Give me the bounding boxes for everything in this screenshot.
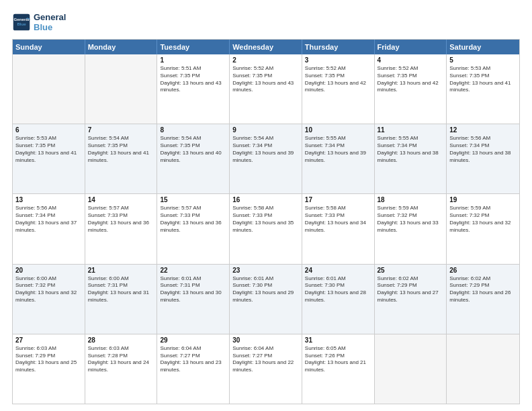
- day-info: Sunrise: 5:54 AM Sunset: 7:35 PM Dayligh…: [88, 135, 154, 164]
- day-number: 25: [378, 267, 444, 274]
- header-day-friday: Friday: [375, 40, 447, 54]
- day-cell-24: 24Sunrise: 6:01 AM Sunset: 7:30 PM Dayli…: [302, 265, 375, 334]
- empty-cell: [13, 54, 85, 124]
- day-cell-19: 19Sunrise: 5:59 AM Sunset: 7:32 PM Dayli…: [447, 194, 519, 263]
- day-info: Sunrise: 6:01 AM Sunset: 7:31 PM Dayligh…: [160, 275, 226, 304]
- svg-text:General: General: [14, 17, 30, 21]
- day-info: Sunrise: 6:01 AM Sunset: 7:30 PM Dayligh…: [305, 275, 371, 304]
- day-info: Sunrise: 5:57 AM Sunset: 7:33 PM Dayligh…: [160, 205, 226, 234]
- day-number: 26: [449, 267, 517, 274]
- day-cell-23: 23Sunrise: 6:01 AM Sunset: 7:30 PM Dayli…: [230, 265, 302, 334]
- day-cell-25: 25Sunrise: 6:02 AM Sunset: 7:29 PM Dayli…: [375, 265, 447, 334]
- day-info: Sunrise: 5:59 AM Sunset: 7:32 PM Dayligh…: [449, 205, 517, 234]
- day-cell-10: 10Sunrise: 5:55 AM Sunset: 7:34 PM Dayli…: [302, 124, 375, 193]
- day-info: Sunrise: 6:05 AM Sunset: 7:26 PM Dayligh…: [305, 345, 371, 374]
- day-info: Sunrise: 5:52 AM Sunset: 7:35 PM Dayligh…: [378, 65, 444, 94]
- logo-icon: General Blue: [12, 13, 31, 32]
- day-number: 22: [160, 267, 226, 274]
- day-number: 20: [15, 267, 82, 274]
- day-number: 8: [160, 126, 226, 134]
- day-info: Sunrise: 5:57 AM Sunset: 7:33 PM Dayligh…: [88, 205, 154, 234]
- day-cell-31: 31Sunrise: 6:05 AM Sunset: 7:26 PM Dayli…: [302, 334, 375, 404]
- day-info: Sunrise: 6:04 AM Sunset: 7:27 PM Dayligh…: [232, 345, 299, 374]
- day-cell-26: 26Sunrise: 6:02 AM Sunset: 7:29 PM Dayli…: [447, 265, 519, 334]
- svg-text:Blue: Blue: [17, 21, 26, 26]
- day-number: 24: [305, 267, 371, 274]
- day-number: 3: [305, 56, 371, 64]
- day-info: Sunrise: 6:02 AM Sunset: 7:29 PM Dayligh…: [449, 275, 517, 304]
- day-number: 6: [15, 126, 82, 134]
- calendar-row-2: 13Sunrise: 5:56 AM Sunset: 7:34 PM Dayli…: [13, 193, 519, 263]
- logo-text-line2: Blue: [34, 22, 66, 32]
- day-number: 9: [232, 126, 299, 134]
- day-number: 1: [160, 56, 226, 64]
- day-info: Sunrise: 5:54 AM Sunset: 7:34 PM Dayligh…: [232, 135, 299, 164]
- day-cell-21: 21Sunrise: 6:00 AM Sunset: 7:31 PM Dayli…: [85, 265, 158, 334]
- day-number: 27: [15, 336, 82, 344]
- day-info: Sunrise: 5:51 AM Sunset: 7:35 PM Dayligh…: [160, 65, 226, 94]
- day-info: Sunrise: 5:53 AM Sunset: 7:35 PM Dayligh…: [15, 135, 82, 164]
- day-cell-28: 28Sunrise: 6:03 AM Sunset: 7:28 PM Dayli…: [85, 334, 158, 404]
- day-info: Sunrise: 5:59 AM Sunset: 7:32 PM Dayligh…: [378, 205, 444, 234]
- calendar-row-3: 20Sunrise: 6:00 AM Sunset: 7:32 PM Dayli…: [13, 264, 519, 334]
- day-number: 23: [232, 267, 299, 274]
- day-cell-30: 30Sunrise: 6:04 AM Sunset: 7:27 PM Dayli…: [230, 334, 302, 404]
- day-number: 11: [378, 126, 444, 134]
- day-info: Sunrise: 6:01 AM Sunset: 7:30 PM Dayligh…: [232, 275, 299, 304]
- day-number: 10: [305, 126, 371, 134]
- day-cell-11: 11Sunrise: 5:55 AM Sunset: 7:34 PM Dayli…: [375, 124, 447, 193]
- day-number: 19: [449, 196, 517, 203]
- header-day-wednesday: Wednesday: [230, 40, 302, 54]
- day-info: Sunrise: 5:52 AM Sunset: 7:35 PM Dayligh…: [232, 65, 299, 94]
- day-cell-3: 3Sunrise: 5:52 AM Sunset: 7:35 PM Daylig…: [302, 54, 375, 124]
- logo: General Blue General Blue: [12, 12, 66, 32]
- day-cell-29: 29Sunrise: 6:04 AM Sunset: 7:27 PM Dayli…: [157, 334, 230, 404]
- day-number: 16: [232, 196, 299, 203]
- day-info: Sunrise: 5:56 AM Sunset: 7:34 PM Dayligh…: [449, 135, 517, 164]
- day-cell-22: 22Sunrise: 6:01 AM Sunset: 7:31 PM Dayli…: [157, 265, 230, 334]
- day-cell-15: 15Sunrise: 5:57 AM Sunset: 7:33 PM Dayli…: [157, 194, 230, 263]
- day-info: Sunrise: 5:52 AM Sunset: 7:35 PM Dayligh…: [305, 65, 371, 94]
- day-cell-17: 17Sunrise: 5:58 AM Sunset: 7:33 PM Dayli…: [302, 194, 375, 263]
- calendar-row-4: 27Sunrise: 6:03 AM Sunset: 7:29 PM Dayli…: [13, 334, 519, 404]
- day-number: 17: [305, 196, 371, 203]
- day-number: 4: [378, 56, 444, 64]
- day-info: Sunrise: 5:55 AM Sunset: 7:34 PM Dayligh…: [378, 135, 444, 164]
- day-number: 13: [15, 196, 82, 203]
- day-info: Sunrise: 5:58 AM Sunset: 7:33 PM Dayligh…: [305, 205, 371, 234]
- header-day-sunday: Sunday: [13, 40, 85, 54]
- day-cell-18: 18Sunrise: 5:59 AM Sunset: 7:32 PM Dayli…: [375, 194, 447, 263]
- day-cell-16: 16Sunrise: 5:58 AM Sunset: 7:33 PM Dayli…: [230, 194, 302, 263]
- day-cell-1: 1Sunrise: 5:51 AM Sunset: 7:35 PM Daylig…: [157, 54, 230, 124]
- day-cell-5: 5Sunrise: 5:53 AM Sunset: 7:35 PM Daylig…: [447, 54, 519, 124]
- day-number: 5: [449, 56, 517, 64]
- logo-text-line1: General: [34, 12, 66, 22]
- day-info: Sunrise: 6:02 AM Sunset: 7:29 PM Dayligh…: [378, 275, 444, 304]
- calendar-row-1: 6Sunrise: 5:53 AM Sunset: 7:35 PM Daylig…: [13, 124, 519, 193]
- calendar-header: SundayMondayTuesdayWednesdayThursdayFrid…: [13, 40, 519, 54]
- day-number: 29: [160, 336, 226, 344]
- day-cell-2: 2Sunrise: 5:52 AM Sunset: 7:35 PM Daylig…: [230, 54, 302, 124]
- day-info: Sunrise: 5:58 AM Sunset: 7:33 PM Dayligh…: [232, 205, 299, 234]
- day-number: 12: [449, 126, 517, 134]
- day-cell-6: 6Sunrise: 5:53 AM Sunset: 7:35 PM Daylig…: [13, 124, 85, 193]
- day-number: 15: [160, 196, 226, 203]
- day-number: 2: [232, 56, 299, 64]
- day-cell-8: 8Sunrise: 5:54 AM Sunset: 7:35 PM Daylig…: [157, 124, 230, 193]
- day-info: Sunrise: 6:04 AM Sunset: 7:27 PM Dayligh…: [160, 345, 226, 374]
- empty-cell: [375, 334, 447, 404]
- day-cell-27: 27Sunrise: 6:03 AM Sunset: 7:29 PM Dayli…: [13, 334, 85, 404]
- day-info: Sunrise: 5:53 AM Sunset: 7:35 PM Dayligh…: [449, 65, 517, 94]
- day-info: Sunrise: 6:03 AM Sunset: 7:29 PM Dayligh…: [15, 345, 82, 374]
- day-number: 7: [88, 126, 154, 134]
- day-number: 30: [232, 336, 299, 344]
- header-day-monday: Monday: [85, 40, 158, 54]
- day-cell-12: 12Sunrise: 5:56 AM Sunset: 7:34 PM Dayli…: [447, 124, 519, 193]
- day-number: 28: [88, 336, 154, 344]
- day-number: 21: [88, 267, 154, 274]
- calendar: SundayMondayTuesdayWednesdayThursdayFrid…: [12, 39, 520, 404]
- header-day-saturday: Saturday: [447, 40, 519, 54]
- page-header: General Blue General Blue: [12, 12, 520, 32]
- day-number: 18: [378, 196, 444, 203]
- day-cell-20: 20Sunrise: 6:00 AM Sunset: 7:32 PM Dayli…: [13, 265, 85, 334]
